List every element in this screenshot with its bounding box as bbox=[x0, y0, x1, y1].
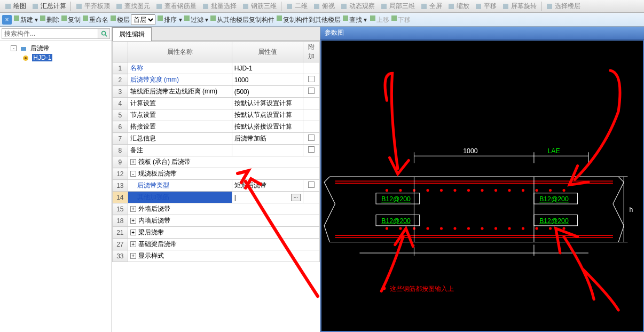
floor-label[interactable]: 楼层 bbox=[109, 14, 130, 25]
table-row[interactable]: 18+内墙后浇带 bbox=[113, 215, 320, 227]
filter-icon[interactable]: 过滤 ▾ bbox=[183, 14, 208, 25]
svg-rect-2 bbox=[76, 4, 82, 9]
rename-icon[interactable]: 重命名 bbox=[82, 14, 108, 25]
checkbox[interactable] bbox=[308, 146, 315, 153]
flat-top-icon[interactable]: 平齐板顶 bbox=[73, 1, 112, 12]
scr-rot-icon[interactable]: 屏幕旋转 bbox=[500, 1, 539, 12]
floor-select[interactable]: 首层 bbox=[131, 14, 155, 25]
svg-rect-21 bbox=[158, 15, 163, 21]
component-icon bbox=[22, 55, 29, 61]
move-up-icon[interactable]: 上移 bbox=[369, 14, 389, 25]
close-panel-button[interactable]: × bbox=[2, 15, 12, 25]
view-rebar-icon[interactable]: 查看钢筋量 bbox=[153, 1, 199, 12]
diagram-panel: 参数图 1000 LAE bbox=[320, 27, 644, 332]
scr-rot-icon bbox=[502, 3, 509, 10]
tree-child-item[interactable]: HJD-1 bbox=[3, 53, 108, 62]
svg-rect-17 bbox=[40, 15, 45, 21]
fullscreen-icon bbox=[420, 3, 428, 10]
table-row[interactable]: 1名称HJD-1 bbox=[113, 62, 320, 74]
2d-icon[interactable]: 二维 bbox=[284, 1, 310, 12]
topview-icon[interactable]: 俯视 bbox=[311, 1, 337, 12]
checkbox[interactable] bbox=[308, 88, 315, 94]
table-row[interactable]: 8备注 bbox=[113, 145, 320, 156]
table-row[interactable]: 2后浇带宽度 (mm)1000 bbox=[113, 74, 320, 86]
table-row[interactable]: 9+筏板 (承台) 后浇带 bbox=[113, 156, 320, 168]
svg-rect-19 bbox=[83, 15, 88, 21]
rebar-3d-icon[interactable]: 钢筋三维 bbox=[240, 1, 279, 12]
svg-point-69 bbox=[549, 227, 552, 230]
table-row[interactable]: 7汇总信息后浇带加筋 bbox=[113, 133, 320, 145]
table-row[interactable]: 6搭接设置按默认搭接设置计算 bbox=[113, 121, 320, 133]
copy-from-icon[interactable]: 从其他楼层复制构件 bbox=[209, 14, 274, 25]
tree-child-label: HJD-1 bbox=[32, 54, 52, 61]
table-row[interactable]: 27+基础梁后浇带 bbox=[113, 239, 320, 250]
expand-icon[interactable]: + bbox=[130, 206, 136, 212]
checkbox[interactable] bbox=[308, 76, 315, 82]
component-tree[interactable]: - 后浇带 HJD-1 bbox=[0, 41, 112, 332]
sum-icon[interactable]: 汇总计算 bbox=[29, 1, 68, 12]
property-table[interactable]: 属性名称 属性值 附加 1名称HJD-12后浇带宽度 (mm)10003轴线距后… bbox=[112, 41, 320, 332]
checkbox[interactable] bbox=[308, 181, 315, 188]
expand-icon[interactable]: - bbox=[130, 171, 136, 177]
tree-root-item[interactable]: - 后浇带 bbox=[3, 43, 108, 53]
expand-icon[interactable]: + bbox=[130, 230, 136, 235]
del-icon[interactable]: 删除 bbox=[39, 14, 59, 25]
checkbox[interactable] bbox=[308, 135, 315, 141]
table-row[interactable]: 12-现浇板后浇带 bbox=[113, 168, 320, 180]
find-icon[interactable]: 查找 ▾ bbox=[342, 14, 367, 25]
svg-point-70 bbox=[562, 227, 565, 230]
table-row[interactable]: 5节点设置按默认节点设置计算 bbox=[113, 109, 320, 121]
table-row[interactable]: 15+外墙后浇带 bbox=[113, 203, 320, 215]
table-row[interactable]: 4计算设置按默认计算设置计算 bbox=[113, 98, 320, 109]
dyn-obs-icon[interactable]: 动态观察 bbox=[338, 1, 377, 12]
batch-sel-icon[interactable]: 批量选择 bbox=[200, 1, 239, 12]
table-row[interactable]: 3轴线距后浇带左边线距离 (mm)(500) bbox=[113, 86, 320, 98]
new-icon[interactable]: 新建 ▾ bbox=[13, 14, 38, 25]
find-yuan-icon bbox=[115, 3, 123, 10]
folder-icon bbox=[20, 45, 27, 52]
sort-icon[interactable]: 排序 ▾ bbox=[156, 14, 182, 25]
expand-icon[interactable]: + bbox=[130, 218, 136, 224]
find-yuan-icon[interactable]: 查找图元 bbox=[113, 1, 152, 12]
rename-icon bbox=[82, 14, 89, 22]
dyn-obs-icon bbox=[340, 3, 348, 10]
svg-point-60 bbox=[426, 227, 429, 230]
table-row[interactable]: 14 其他加强筋|··· bbox=[113, 192, 320, 203]
copy-icon bbox=[60, 14, 68, 22]
zoom-icon bbox=[447, 3, 455, 10]
svg-point-46 bbox=[426, 189, 429, 192]
svg-point-83 bbox=[382, 287, 386, 290]
search-button[interactable] bbox=[98, 28, 110, 39]
expand-icon[interactable]: + bbox=[130, 253, 136, 259]
col-value: 属性值 bbox=[232, 42, 303, 62]
ellipsis-button[interactable]: ··· bbox=[291, 194, 301, 201]
copy-to-icon[interactable]: 复制构件到其他楼层 bbox=[276, 14, 341, 25]
dim-h: h bbox=[629, 206, 633, 214]
sel-floor-icon[interactable]: 选择楼层 bbox=[544, 1, 583, 12]
local-3d-icon[interactable]: 局部三维 bbox=[378, 1, 417, 12]
draw-icon[interactable]: 绘图 bbox=[2, 1, 28, 12]
svg-rect-22 bbox=[184, 15, 190, 21]
copy-icon[interactable]: 复制 bbox=[60, 14, 81, 25]
search-input[interactable] bbox=[2, 28, 98, 39]
move-down-icon[interactable]: 下移 bbox=[390, 14, 411, 25]
chevron-down-icon: ▾ bbox=[362, 16, 367, 23]
pan-icon[interactable]: 平移 bbox=[473, 1, 499, 12]
table-row[interactable]: 13 后浇带类型矩形后浇带 bbox=[113, 180, 320, 192]
svg-point-56 bbox=[562, 189, 565, 192]
zoom-icon[interactable]: 缩放 bbox=[445, 1, 472, 12]
expand-icon[interactable]: + bbox=[130, 159, 136, 165]
tab-property-edit[interactable]: 属性编辑 bbox=[112, 27, 152, 41]
cad-viewport[interactable]: 1000 LAE bbox=[321, 41, 643, 331]
minus-icon[interactable]: - bbox=[11, 45, 17, 51]
dim-lae: LAE bbox=[547, 147, 560, 155]
table-row[interactable]: 21+梁后浇带 bbox=[113, 227, 320, 239]
component-tree-panel: - 后浇带 HJD-1 bbox=[0, 27, 112, 332]
table-row[interactable]: 33+显示样式 bbox=[113, 250, 320, 262]
svg-rect-14 bbox=[503, 4, 508, 9]
expand-icon[interactable]: + bbox=[130, 241, 136, 247]
svg-rect-25 bbox=[343, 15, 348, 21]
svg-rect-18 bbox=[61, 15, 67, 21]
fullscreen-icon[interactable]: 全屏 bbox=[418, 1, 444, 12]
svg-rect-23 bbox=[210, 15, 216, 21]
